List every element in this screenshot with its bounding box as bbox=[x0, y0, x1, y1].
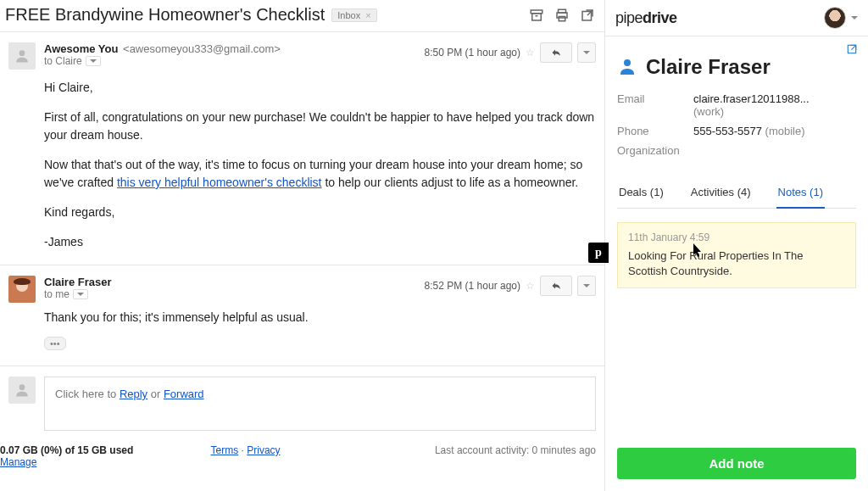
tab-notes[interactable]: Notes (1) bbox=[776, 179, 825, 209]
svg-point-9 bbox=[19, 384, 25, 390]
open-in-pipedrive-icon[interactable] bbox=[846, 43, 858, 58]
user-avatar[interactable] bbox=[824, 7, 846, 29]
email-message: Awesome You <awesomeyou333@gmail.com> to… bbox=[0, 32, 604, 265]
svg-rect-1 bbox=[532, 13, 542, 20]
archive-icon[interactable] bbox=[528, 7, 545, 24]
email-subject: FREE Brandywine Homeowner's Checklist bbox=[5, 5, 325, 25]
user-menu-caret[interactable] bbox=[851, 16, 858, 20]
print-icon[interactable] bbox=[554, 7, 570, 24]
reply-button[interactable] bbox=[540, 42, 572, 63]
contact-name: Claire Fraser bbox=[646, 55, 771, 79]
folder-chip-remove[interactable]: × bbox=[365, 10, 370, 20]
show-details-toggle[interactable] bbox=[73, 289, 88, 299]
reply-prefix: Click here to bbox=[55, 388, 120, 400]
forward-link[interactable]: Forward bbox=[164, 388, 204, 400]
message-time: 8:52 PM (1 hour ago) bbox=[425, 280, 520, 292]
person-icon bbox=[617, 56, 637, 79]
more-actions-button[interactable] bbox=[577, 276, 596, 296]
add-note-button[interactable]: Add note bbox=[617, 448, 856, 479]
manage-storage-link[interactable]: Manage bbox=[0, 456, 36, 468]
email-field-label: Email bbox=[617, 92, 693, 118]
show-trimmed-button[interactable]: ••• bbox=[44, 337, 66, 350]
note-card[interactable]: 11th January 4:59 Looking For Rural Prop… bbox=[617, 222, 856, 288]
star-icon[interactable]: ☆ bbox=[526, 47, 535, 59]
terms-link[interactable]: Terms bbox=[211, 444, 239, 456]
reply-compose-box[interactable]: Click here to Reply or Forward bbox=[44, 377, 596, 431]
org-field-label: Organization bbox=[617, 144, 693, 157]
phone-field-value: 555-553-5577 (mobile) bbox=[693, 125, 805, 137]
privacy-link[interactable]: Privacy bbox=[247, 444, 280, 456]
recipient-line: to me bbox=[44, 288, 70, 300]
email-message: Claire Fraser to me 8:52 PM (1 hour ago)… bbox=[0, 265, 604, 366]
message-time: 8:50 PM (1 hour ago) bbox=[425, 47, 520, 59]
open-new-window-icon[interactable] bbox=[579, 7, 596, 24]
sender-avatar bbox=[8, 276, 36, 303]
storage-used: 0.07 GB (0%) of 15 GB used bbox=[0, 444, 133, 456]
my-avatar bbox=[8, 377, 36, 404]
note-text: Looking For Rural Properties In The Scot… bbox=[628, 248, 845, 279]
pipedrive-collapse-tab[interactable]: p bbox=[588, 243, 609, 263]
sender-address: <awesomeyou333@gmail.com> bbox=[123, 42, 281, 55]
sender-avatar bbox=[8, 42, 36, 70]
checklist-link[interactable]: this very helpful homeowner's checklist bbox=[117, 176, 322, 189]
more-actions-button[interactable] bbox=[577, 42, 596, 63]
note-timestamp: 11th January 4:59 bbox=[628, 232, 845, 243]
folder-chip-label: Inbox bbox=[337, 10, 360, 20]
sender-name: Awesome You bbox=[44, 42, 118, 55]
message-body: Hi Claire, First of all, congratulations… bbox=[44, 79, 596, 251]
last-activity: Last account activity: 0 minutes ago bbox=[435, 444, 596, 456]
reply-button[interactable] bbox=[540, 276, 572, 296]
svg-line-11 bbox=[851, 45, 855, 49]
tab-deals[interactable]: Deals (1) bbox=[617, 179, 665, 208]
gmail-footer: 0.07 GB (0%) of 15 GB used Manage Terms … bbox=[0, 441, 604, 468]
pipedrive-logo: pipedrive bbox=[615, 9, 677, 27]
pipedrive-header: pipedrive bbox=[605, 0, 868, 36]
folder-chip[interactable]: Inbox × bbox=[331, 8, 376, 22]
reply-link[interactable]: Reply bbox=[120, 388, 147, 400]
svg-point-8 bbox=[19, 50, 25, 56]
svg-point-12 bbox=[624, 59, 631, 66]
email-field-value: claire.fraser12011988... (work) bbox=[693, 92, 810, 118]
star-icon[interactable]: ☆ bbox=[526, 280, 535, 292]
sender-name: Claire Fraser bbox=[44, 276, 112, 288]
tab-activities[interactable]: Activities (4) bbox=[689, 179, 753, 208]
recipient-line: to Claire bbox=[44, 55, 82, 67]
show-details-toggle[interactable] bbox=[86, 56, 101, 66]
phone-field-label: Phone bbox=[617, 125, 693, 137]
message-body: Thank you for this; it's immensely helpf… bbox=[44, 309, 596, 352]
